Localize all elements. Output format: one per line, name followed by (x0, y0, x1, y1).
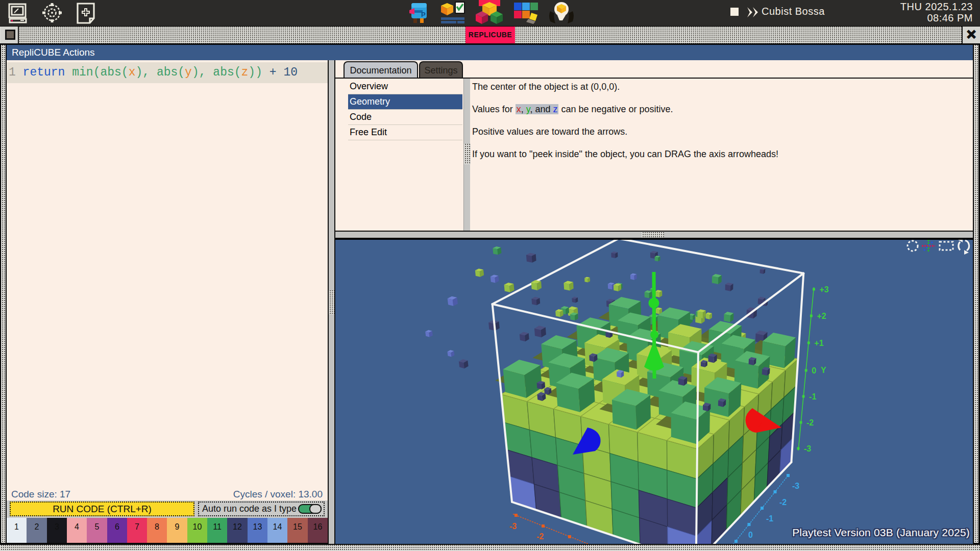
svg-text:-2: -2 (779, 498, 787, 507)
svg-text:+2: +2 (817, 312, 826, 320)
svg-text:-2: -2 (536, 532, 544, 541)
svg-text:Y: Y (821, 366, 826, 374)
svg-text:-2: -2 (806, 418, 814, 427)
svg-text:0: 0 (812, 366, 816, 375)
svg-text:+1: +1 (814, 339, 823, 347)
svg-text:P: P (421, 11, 426, 18)
svg-text:-3: -3 (792, 482, 799, 490)
svg-text:-1: -1 (766, 514, 773, 523)
svg-text:-1: -1 (809, 392, 816, 401)
svg-text:+3: +3 (820, 285, 829, 294)
svg-text:-3: -3 (804, 444, 811, 453)
svg-text:-3: -3 (509, 522, 517, 531)
